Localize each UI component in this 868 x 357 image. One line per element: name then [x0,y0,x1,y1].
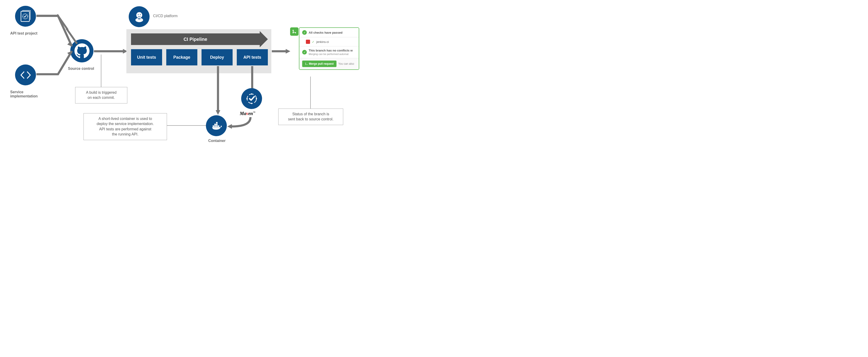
connector [251,66,253,89]
docker-icon [206,115,227,136]
pipeline-arrow: CI Pipeline [131,33,268,45]
pr-conflicts-sub: Merging can be performed automat [309,53,348,55]
pr-conflicts-text: This branch has no conflicts w [309,49,353,52]
connector-arrow [94,49,128,54]
pipeline-title: CI Pipeline [131,33,260,45]
svg-rect-22 [218,125,219,127]
svg-point-4 [136,12,142,18]
connector-arrow [216,66,220,115]
svg-point-6 [138,14,139,15]
check-icon: ✓ [312,40,314,43]
svg-point-32 [305,64,306,65]
svg-point-7 [140,14,141,15]
callout-build: A build is triggered on each commit. [75,87,127,103]
service-impl-icon [15,64,36,85]
stage-deploy: Deploy [202,49,232,65]
jenkins-avatar-icon [306,40,310,44]
stage-api-tests: API tests [237,49,268,65]
svg-point-15 [255,98,257,99]
svg-marker-27 [286,49,290,54]
service-impl-label: Service implementation [10,90,37,98]
pr-jenkins-text: jenkins-ci [316,40,329,43]
pr-you-can-text: You can also [338,62,354,65]
svg-point-33 [307,64,308,65]
readyapi-icon [241,88,262,109]
svg-rect-21 [216,125,217,127]
svg-point-16 [251,102,252,104]
stage-unit-tests: Unit tests [131,49,162,65]
pr-jenkins-row: ✓ jenkins-ci [299,37,359,47]
pr-merge-row: Merge pull request You can also [299,58,359,69]
connector-arrow [226,116,252,132]
pr-checks-row: ✓ All checks have passed [299,28,359,37]
svg-marker-12 [216,110,220,115]
svg-point-29 [293,32,294,33]
pr-conflicts-row: ✓ This branch has no conflicts w Merging… [299,47,359,58]
stage-package: Package [166,49,197,65]
connector-svg [36,14,78,77]
svg-point-28 [293,30,294,31]
merge-pull-request-button[interactable]: Merge pull request [302,61,337,67]
connector-arrow [272,49,290,54]
pr-checks-text: All checks have passed [309,31,342,34]
check-icon: ✓ [302,30,307,35]
svg-rect-24 [216,124,217,125]
maven-label: Maven™ [240,111,255,116]
arrow-head [260,31,268,47]
container-label: Container [208,139,226,143]
api-test-project-label: API test project [10,31,37,35]
callout-line [101,55,101,87]
callout-line [310,77,311,109]
svg-point-30 [295,32,296,33]
svg-marker-18 [227,124,232,129]
pipeline-stages: Unit tests Package Deploy API tests [131,49,268,65]
api-test-project-icon [15,6,36,27]
svg-rect-20 [214,125,216,127]
check-icon: ✓ [302,50,307,55]
callout-container: A short-lived container is used to deplo… [84,113,167,140]
cicd-platform-label: CI/CD platform [153,14,178,18]
svg-point-14 [251,93,252,95]
svg-point-17 [246,98,248,99]
svg-rect-25 [216,122,217,123]
jenkins-icon [129,6,150,27]
svg-point-31 [305,63,306,64]
svg-rect-19 [213,125,214,127]
callout-status: Status of the branch is sent back to sou… [278,109,343,125]
svg-rect-23 [214,124,216,125]
git-merge-badge-icon [290,27,299,36]
pr-status-panel: ✓ All checks have passed ✓ jenkins-ci ✓ … [299,27,359,70]
callout-line [167,125,206,126]
